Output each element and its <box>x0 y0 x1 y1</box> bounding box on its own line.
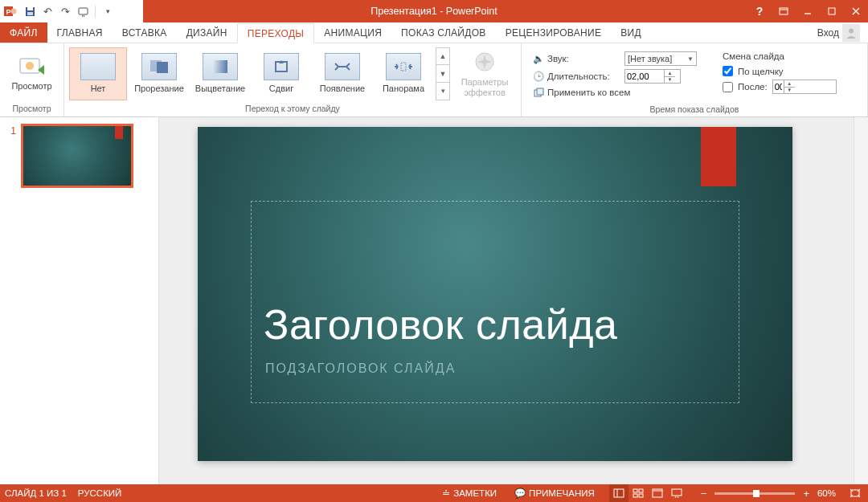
tab-home[interactable]: ГЛАВНАЯ <box>47 22 113 43</box>
after-input[interactable] <box>773 82 784 92</box>
slide-subtitle-text[interactable]: ПОДЗАГОЛОВОК СЛАЙДА <box>265 361 456 376</box>
svg-rect-6 <box>79 8 88 14</box>
tab-design[interactable]: ДИЗАЙН <box>177 22 237 43</box>
minimize-button[interactable] <box>796 0 820 22</box>
zoom-out-button[interactable]: − <box>698 488 710 500</box>
transition-wipe[interactable]: Появление <box>313 47 371 100</box>
transition-cut[interactable]: Прорезание <box>130 47 188 100</box>
group-timing: 🔈Звук: [Нет звука]▼ 🕒Длительность: ▲▼ Пр… <box>522 43 868 116</box>
sound-combo[interactable]: [Нет звука]▼ <box>624 51 697 66</box>
sign-in-link[interactable]: Вход <box>814 22 868 43</box>
start-slideshow-button[interactable] <box>76 4 90 18</box>
spinner-down[interactable]: ▼ <box>784 88 795 94</box>
svg-rect-7 <box>780 8 788 14</box>
notes-button[interactable]: ≐ЗАМЕТКИ <box>439 484 500 502</box>
svg-rect-5 <box>27 12 33 15</box>
tab-transitions[interactable]: ПЕРЕХОДЫ <box>237 23 314 43</box>
zoom-slider[interactable] <box>714 492 795 495</box>
spinner-up[interactable]: ▲ <box>665 70 675 77</box>
after-label: После: <box>738 82 768 92</box>
powerpoint-icon: P <box>3 4 18 18</box>
group-preview-label: Просмотр <box>0 104 63 116</box>
transition-push-icon <box>264 53 299 80</box>
svg-rect-16 <box>401 63 406 71</box>
tab-insert[interactable]: ВСТАВКА <box>113 22 177 43</box>
tab-view[interactable]: ВИД <box>611 22 651 43</box>
tab-review[interactable]: РЕЦЕНЗИРОВАНИЕ <box>496 22 612 43</box>
save-button[interactable] <box>23 4 37 18</box>
spinner-up[interactable]: ▲ <box>784 80 795 88</box>
svg-rect-23 <box>633 494 637 497</box>
slide-counter[interactable]: СЛАЙД 1 ИЗ 1 <box>5 488 67 498</box>
transition-wipe-icon <box>325 53 360 80</box>
transition-label: Выцветание <box>195 84 245 93</box>
transition-none[interactable]: Нет <box>69 47 127 100</box>
normal-view-button[interactable] <box>609 484 628 502</box>
zoom-thumb[interactable] <box>753 490 760 497</box>
effect-options-label: Параметры эффектов <box>461 77 509 96</box>
svg-rect-24 <box>639 494 643 497</box>
close-button[interactable] <box>844 0 868 22</box>
qat-separator <box>95 5 96 18</box>
help-button[interactable]: ? <box>747 0 772 22</box>
fit-to-window-button[interactable] <box>847 488 863 498</box>
zoom-percent[interactable]: 60% <box>817 488 836 498</box>
gallery-expand[interactable]: ▾ <box>436 83 449 100</box>
thumbnail-number: 1 <box>8 124 16 188</box>
status-bar: СЛАЙД 1 ИЗ 1 РУССКИЙ ≐ЗАМЕТКИ 💬ПРИМЕЧАНИ… <box>0 484 868 502</box>
transition-split-icon <box>386 53 421 80</box>
redo-button[interactable]: ↷ <box>58 4 72 18</box>
apply-to-all-button[interactable]: Применить ко всем <box>533 87 630 98</box>
transition-fade[interactable]: Выцветание <box>191 47 249 100</box>
notes-icon: ≐ <box>442 488 450 499</box>
transition-split[interactable]: Панорама <box>375 47 432 100</box>
tab-file[interactable]: ФАЙЛ <box>0 22 47 43</box>
duration-spinner[interactable]: ▲▼ <box>624 69 681 84</box>
group-transitions-label: Переход к этому слайду <box>64 104 521 116</box>
transition-label: Панорама <box>383 84 424 93</box>
transition-fade-icon <box>203 53 238 80</box>
qat-customize-button[interactable]: ▾ <box>100 4 115 18</box>
after-checkbox[interactable] <box>723 82 733 92</box>
undo-button[interactable]: ↶ <box>40 4 55 18</box>
slide-thumbnail-1[interactable] <box>21 124 133 188</box>
duration-input[interactable] <box>625 71 664 81</box>
comments-button[interactable]: 💬ПРИМЕЧАНИЯ <box>511 484 598 502</box>
advance-title: Смена слайда <box>723 51 837 61</box>
sign-in-label: Вход <box>817 27 839 39</box>
gallery-scroll-up[interactable]: ▲ <box>436 48 449 66</box>
sorter-view-button[interactable] <box>628 484 648 502</box>
group-timing-label: Время показа слайдов <box>522 104 867 116</box>
after-spinner[interactable]: ▲▼ <box>772 80 837 94</box>
tab-animation[interactable]: АНИМАЦИЯ <box>314 22 391 43</box>
tab-slideshow[interactable]: ПОКАЗ СЛАЙДОВ <box>391 22 496 43</box>
transition-none-icon <box>80 53 116 80</box>
svg-rect-13 <box>157 62 168 73</box>
slide-title-text[interactable]: Заголовок слайда <box>264 300 744 349</box>
chevron-down-icon: ▼ <box>687 55 694 63</box>
vertical-scrollbar[interactable] <box>854 117 868 484</box>
effect-options-icon <box>473 50 497 74</box>
preview-button[interactable]: Просмотр <box>5 47 59 100</box>
slide-thumbnails-panel: 1 <box>0 117 159 484</box>
comments-label: ПРИМЕЧАНИЯ <box>529 488 595 498</box>
zoom-control: − + 60% <box>698 488 836 500</box>
slide[interactable]: Заголовок слайда ПОДЗАГОЛОВОК СЛАЙДА <box>198 127 792 461</box>
language-indicator[interactable]: РУССКИЙ <box>78 488 122 498</box>
gallery-scroll-down[interactable]: ▼ <box>436 65 449 83</box>
transition-push[interactable]: Сдвиг <box>252 47 310 100</box>
thumbnail-row: 1 <box>0 124 158 188</box>
maximize-button[interactable] <box>820 0 844 22</box>
clock-icon: 🕒 <box>533 71 544 82</box>
svg-point-11 <box>26 62 34 70</box>
slideshow-view-button[interactable] <box>667 484 686 502</box>
ribbon-display-options-button[interactable] <box>772 0 796 22</box>
on-click-checkbox[interactable] <box>723 66 733 76</box>
sound-label: Звук: <box>547 54 569 63</box>
transition-gallery-scroll: ▲ ▼ ▾ <box>436 47 450 100</box>
zoom-in-button[interactable]: + <box>800 488 813 500</box>
on-click-checkbox-row[interactable]: По щелчку <box>723 66 837 76</box>
on-click-label: По щелчку <box>738 67 784 76</box>
reading-view-button[interactable] <box>648 484 667 502</box>
spinner-down[interactable]: ▼ <box>665 77 675 84</box>
